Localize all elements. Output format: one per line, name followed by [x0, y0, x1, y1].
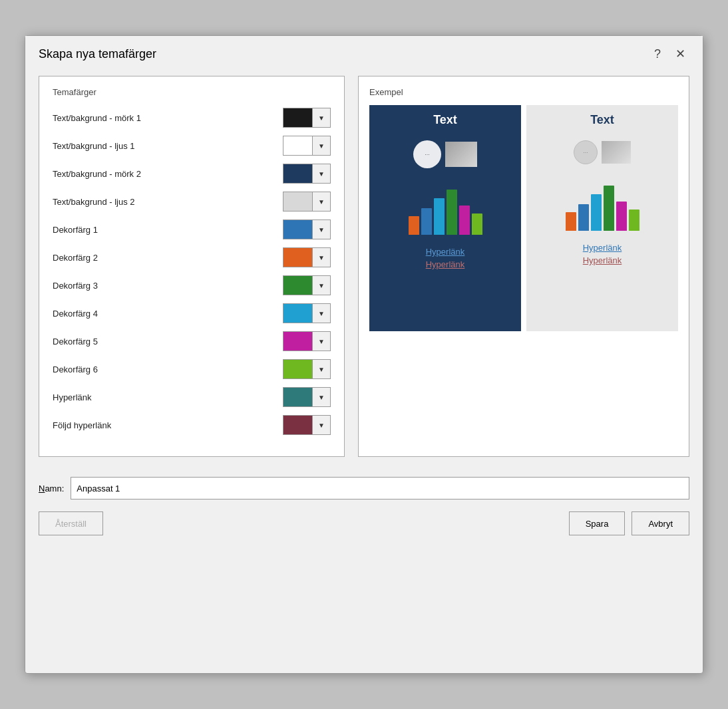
color-swatch-text-bg-dark2	[283, 164, 313, 183]
chart-bar	[447, 190, 457, 235]
chart-bar	[434, 198, 445, 235]
color-row-accent4: Dekorfärg 4▼	[53, 303, 331, 323]
dark-shapes: ···	[413, 140, 477, 168]
light-links: Hyperlänk Hyperlänk	[583, 243, 622, 265]
color-label-accent6: Dekorfärg 6	[53, 364, 283, 374]
color-dropdown-arrow-accent6: ▼	[313, 360, 330, 378]
light-circle-dots: ···	[574, 141, 597, 164]
dialog-bottom: Namn: Återställ Spara Avbryt	[25, 470, 703, 549]
color-picker-followed-hyperlink[interactable]: ▼	[283, 415, 331, 435]
help-button[interactable]: ?	[650, 46, 665, 63]
chart-bar	[629, 210, 639, 231]
light-shapes: ···	[574, 140, 631, 164]
example-panel: Exempel Text ··· Hyperlänk Hyperlänk	[358, 76, 689, 457]
color-picker-accent6[interactable]: ▼	[283, 359, 331, 379]
color-row-text-bg-dark2: Text/bakgrund - mörk 2▼	[53, 164, 331, 184]
color-picker-accent3[interactable]: ▼	[283, 275, 331, 295]
color-label-text-bg-light2: Text/bakgrund - ljus 2	[53, 197, 283, 207]
color-dropdown-arrow-followed-hyperlink: ▼	[313, 416, 330, 434]
color-row-followed-hyperlink: Följd hyperlänk▼	[53, 415, 331, 435]
light-rect	[602, 141, 631, 164]
dark-preview: Text ··· Hyperlänk Hyperlänk	[369, 105, 521, 331]
example-title: Exempel	[369, 87, 678, 97]
color-picker-accent5[interactable]: ▼	[283, 331, 331, 351]
color-picker-text-bg-dark2[interactable]: ▼	[283, 164, 331, 184]
close-button[interactable]: ✕	[671, 45, 689, 63]
color-row-text-bg-dark1: Text/bakgrund - mörk 1▼	[53, 108, 331, 128]
dark-hyperlink: Hyperlänk	[426, 247, 465, 257]
color-picker-accent2[interactable]: ▼	[283, 247, 331, 267]
left-panel-title: Temafärger	[53, 87, 331, 97]
color-dropdown-arrow-accent2: ▼	[313, 248, 330, 267]
light-hyperlink-visited: Hyperlänk	[583, 255, 622, 265]
color-picker-accent4[interactable]: ▼	[283, 303, 331, 323]
color-swatch-text-bg-light1	[283, 136, 313, 155]
color-dropdown-arrow-text-bg-light1: ▼	[313, 136, 330, 155]
chart-bar	[421, 208, 432, 235]
color-dropdown-arrow-accent5: ▼	[313, 332, 330, 351]
color-row-accent3: Dekorfärg 3▼	[53, 275, 331, 295]
color-picker-text-bg-light1[interactable]: ▼	[283, 136, 331, 156]
color-label-text-bg-light1: Text/bakgrund - ljus 1	[53, 141, 283, 151]
dark-chart	[409, 182, 482, 235]
color-label-accent4: Dekorfärg 4	[53, 309, 283, 319]
light-circle: ···	[574, 140, 598, 164]
confirm-buttons: Spara Avbryt	[569, 511, 689, 535]
chart-bar	[472, 213, 482, 235]
dialog-title: Skapa nya temafärger	[39, 47, 156, 61]
color-label-accent1: Dekorfärg 1	[53, 225, 283, 235]
cancel-button[interactable]: Avbryt	[632, 511, 689, 535]
color-dropdown-arrow-text-bg-light2: ▼	[313, 192, 330, 211]
name-input[interactable]	[71, 477, 689, 499]
dark-circle-dots: ···	[413, 140, 441, 168]
color-row-accent5: Dekorfärg 5▼	[53, 331, 331, 351]
chart-bar	[578, 204, 589, 231]
color-row-text-bg-light1: Text/bakgrund - ljus 1▼	[53, 136, 331, 156]
color-label-hyperlink: Hyperlänk	[53, 392, 283, 402]
color-label-accent5: Dekorfärg 5	[53, 337, 283, 347]
color-row-accent1: Dekorfärg 1▼	[53, 219, 331, 239]
color-swatch-accent4	[283, 304, 313, 323]
color-swatch-followed-hyperlink	[283, 416, 313, 434]
name-row: Namn:	[39, 477, 689, 499]
color-swatch-text-bg-light2	[283, 192, 313, 211]
color-row-accent2: Dekorfärg 2▼	[53, 247, 331, 267]
color-label-text-bg-dark2: Text/bakgrund - mörk 2	[53, 169, 283, 179]
color-dropdown-arrow-hyperlink: ▼	[313, 388, 330, 406]
color-dropdown-arrow-accent3: ▼	[313, 276, 330, 295]
example-previews: Text ··· Hyperlänk Hyperlänk Te	[369, 105, 678, 331]
color-swatch-accent2	[283, 248, 313, 267]
chart-bar	[616, 202, 627, 231]
button-row: Återställ Spara Avbryt	[39, 511, 689, 535]
color-dropdown-arrow-accent4: ▼	[313, 304, 330, 323]
light-hyperlink: Hyperlänk	[583, 243, 622, 253]
color-row-text-bg-light2: Text/bakgrund - ljus 2▼	[53, 192, 331, 212]
color-label-followed-hyperlink: Följd hyperlänk	[53, 420, 283, 430]
color-picker-accent1[interactable]: ▼	[283, 219, 331, 239]
color-swatch-accent5	[283, 332, 313, 351]
color-swatch-accent3	[283, 276, 313, 295]
color-row-accent6: Dekorfärg 6▼	[53, 359, 331, 379]
chart-bar	[409, 216, 419, 235]
titlebar: Skapa nya temafärger ? ✕	[25, 36, 703, 69]
light-preview: Text ··· Hyperlänk Hyperlänk	[526, 105, 678, 331]
color-dropdown-arrow-accent1: ▼	[313, 220, 330, 239]
color-swatch-accent1	[283, 220, 313, 239]
color-picker-text-bg-dark1[interactable]: ▼	[283, 108, 331, 128]
reset-button[interactable]: Återställ	[39, 511, 103, 535]
chart-bar	[604, 186, 614, 231]
theme-colors-panel: Temafärger Text/bakgrund - mörk 1▼Text/b…	[39, 76, 345, 457]
color-label-accent2: Dekorfärg 2	[53, 253, 283, 263]
color-rows: Text/bakgrund - mörk 1▼Text/bakgrund - l…	[53, 108, 331, 435]
color-swatch-hyperlink	[283, 388, 313, 406]
dark-links: Hyperlänk Hyperlänk	[426, 247, 465, 269]
save-button[interactable]: Spara	[569, 511, 626, 535]
chart-bar	[459, 206, 470, 235]
color-picker-text-bg-light2[interactable]: ▼	[283, 192, 331, 212]
preview-dark-text: Text	[433, 113, 457, 127]
color-picker-hyperlink[interactable]: ▼	[283, 387, 331, 407]
color-dropdown-arrow-text-bg-dark2: ▼	[313, 164, 330, 183]
light-chart	[566, 178, 639, 231]
color-swatch-accent6	[283, 360, 313, 378]
color-row-hyperlink: Hyperlänk▼	[53, 387, 331, 407]
